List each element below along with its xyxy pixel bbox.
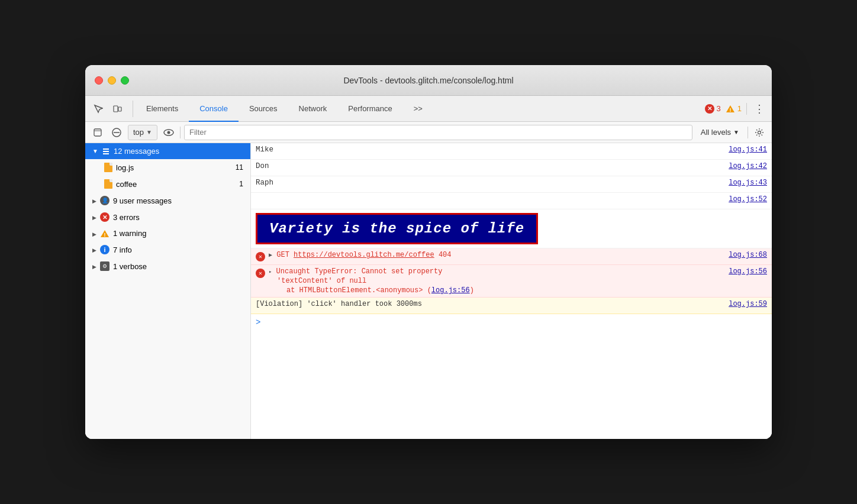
tabs-container: Elements Console Sources Network Perform…	[136, 96, 705, 121]
expand-arrow-icon: ▶	[92, 198, 96, 204]
toolbar-right: ✕ 3 ! 1 ⋮	[705, 102, 767, 115]
svg-text:!: !	[729, 107, 731, 113]
svg-rect-13	[103, 153, 109, 154]
svg-rect-11	[103, 148, 109, 150]
error-icon: ✕	[100, 212, 109, 222]
tab-network[interactable]: Network	[288, 96, 338, 122]
console-row-typeerror: ✕ ▸ Uncaught TypeError: Cannot set prope…	[251, 265, 772, 298]
console-input[interactable]	[264, 318, 767, 327]
log-link-56[interactable]: log.js:56	[719, 267, 767, 276]
console-prompt[interactable]: >	[251, 314, 772, 331]
eye-button[interactable]	[161, 125, 176, 140]
settings-button[interactable]	[752, 125, 767, 140]
svg-rect-4	[94, 129, 101, 136]
clear-console-button[interactable]	[90, 125, 105, 140]
maximize-button[interactable]	[121, 76, 129, 85]
svg-rect-0	[114, 106, 118, 112]
error-count-badge: ✕ 3	[705, 104, 721, 114]
log-link-68[interactable]: log.js:68	[719, 251, 767, 259]
main-content: ▼ 12 messages log.js 11 coffee 1 ▶ 👤 9 u…	[85, 143, 772, 439]
verbose-icon: ⚙	[100, 261, 109, 271]
warning-icon: !	[100, 230, 109, 238]
sidebar-item-user-messages[interactable]: ▶ 👤 9 user messages	[85, 192, 250, 209]
console-row-get-error: ✕ ▶ GET https://devtools.glitch.me/coffe…	[251, 248, 772, 265]
sidebar: ▼ 12 messages log.js 11 coffee 1 ▶ 👤 9 u…	[85, 143, 251, 439]
log-link-43[interactable]: log.js:43	[719, 179, 767, 187]
sidebar-item-warnings[interactable]: ▶ ! 1 warning	[85, 225, 250, 241]
svg-point-10	[758, 131, 761, 134]
levels-dropdown[interactable]: All levels ▼	[696, 128, 744, 137]
svg-text:!: !	[104, 232, 106, 238]
toolbar-icon-group	[90, 101, 133, 117]
sidebar-item-all-messages[interactable]: ▼ 12 messages	[85, 143, 250, 159]
expand-arrow-get[interactable]: ▶	[269, 252, 272, 259]
devtools-tabs: Elements Console Sources Network Perform…	[85, 96, 772, 122]
log-link-42[interactable]: log.js:42	[719, 162, 767, 170]
sidebar-item-logjs[interactable]: log.js 11	[85, 159, 250, 176]
expand-arrow-icon2: ▶	[92, 215, 96, 221]
warning-triangle-icon: !	[726, 105, 735, 113]
traffic-lights	[95, 76, 129, 85]
error-circle-icon: ✕	[705, 104, 714, 114]
minimize-button[interactable]	[108, 76, 116, 85]
console-toolbar: top ▼ All levels ▼	[85, 122, 772, 143]
svg-rect-12	[103, 151, 109, 152]
console-row-don: Don log.js:42	[251, 160, 772, 176]
warning-count-badge: ! 1	[726, 104, 742, 113]
sidebar-item-info[interactable]: ▶ i 7 info	[85, 241, 250, 258]
styled-text: Variety is the spice of life	[256, 213, 538, 244]
expand-arrow-typeerror[interactable]: ▸	[269, 269, 272, 275]
console-toolbar-divider	[180, 127, 181, 138]
tab-console[interactable]: Console	[189, 96, 239, 122]
sidebar-item-errors[interactable]: ▶ ✕ 3 errors	[85, 209, 250, 225]
inspect-element-button[interactable]	[90, 101, 107, 117]
collapse-arrow-icon: ▼	[92, 148, 98, 154]
console-toolbar-divider2	[748, 127, 748, 138]
titlebar: DevTools - devtools.glitch.me/console/lo…	[85, 65, 772, 96]
tab-more[interactable]: >>	[403, 96, 433, 122]
console-row-52: log.js:52	[251, 193, 772, 209]
log-link-56-inline[interactable]: log.js:56	[431, 286, 470, 295]
info-icon: i	[100, 245, 109, 254]
tab-performance[interactable]: Performance	[337, 96, 402, 122]
svg-point-9	[167, 131, 170, 134]
log-link-52[interactable]: log.js:52	[719, 195, 767, 203]
coffee-url-link[interactable]: https://devtools.glitch.me/coffee	[294, 251, 434, 259]
window-title: DevTools - devtools.glitch.me/console/lo…	[343, 76, 513, 85]
filter-input[interactable]	[184, 125, 692, 140]
log-link-41[interactable]: log.js:41	[719, 146, 767, 154]
error-circle-icon3: ✕	[256, 269, 265, 278]
close-button[interactable]	[95, 76, 103, 85]
expand-arrow-icon5: ▶	[92, 264, 96, 270]
user-icon: 👤	[100, 196, 109, 205]
console-row-raph: Raph log.js:43	[251, 176, 772, 193]
sidebar-item-verbose[interactable]: ▶ ⚙ 1 verbose	[85, 258, 250, 274]
expand-arrow-icon3: ▶	[92, 231, 96, 237]
more-options-button[interactable]: ⋮	[752, 102, 767, 115]
browser-window: DevTools - devtools.glitch.me/console/lo…	[85, 65, 772, 439]
styled-message-row: Variety is the spice of life	[251, 209, 772, 248]
file-icon-coffee	[104, 179, 112, 189]
device-toolbar-button[interactable]	[109, 101, 125, 117]
svg-rect-1	[118, 107, 121, 111]
tab-sources[interactable]: Sources	[239, 96, 288, 122]
console-row-violation: [Violation] 'click' handler took 3000ms …	[251, 298, 772, 314]
log-link-59[interactable]: log.js:59	[719, 300, 767, 308]
list-icon	[102, 147, 110, 156]
file-icon	[104, 163, 112, 172]
sidebar-item-coffee[interactable]: coffee 1	[85, 176, 250, 192]
error-circle-icon2: ✕	[256, 252, 265, 261]
toolbar-divider	[746, 103, 747, 115]
no-entry-button[interactable]	[109, 125, 124, 140]
console-row-mike: Mike log.js:41	[251, 143, 772, 160]
context-selector[interactable]: top ▼	[128, 125, 157, 140]
console-output: Mike log.js:41 Don log.js:42 Raph log.js…	[251, 143, 772, 439]
expand-arrow-icon4: ▶	[92, 247, 96, 253]
tab-elements[interactable]: Elements	[136, 96, 189, 122]
